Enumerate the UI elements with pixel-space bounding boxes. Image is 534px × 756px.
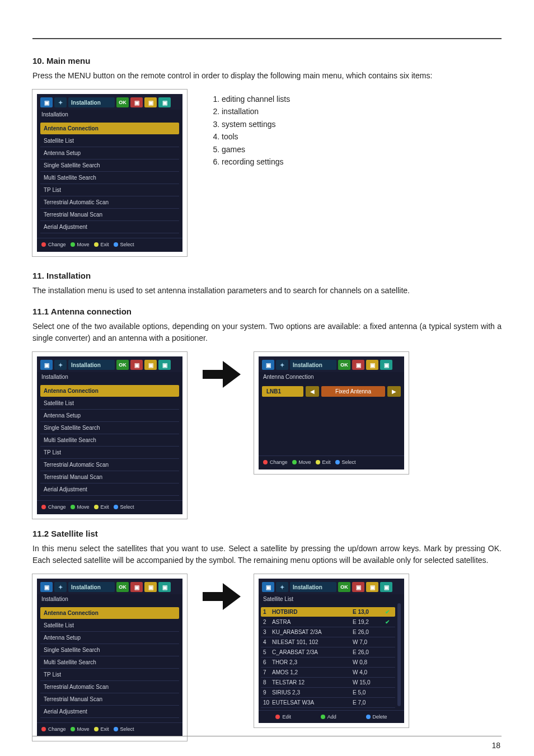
satellite-row[interactable]: 7AMOS 1,2W 4,0 <box>261 668 395 678</box>
menu-item-single-search[interactable]: Single Satellite Search <box>40 422 179 434</box>
menu-list: Antenna Connection Satellite List Antenn… <box>37 605 182 722</box>
menu-item-satellite-list[interactable]: Satellite List <box>40 135 179 147</box>
footer-change: Change <box>41 242 66 247</box>
tab-icon-2[interactable]: ✦ <box>54 97 67 107</box>
tab-icon-teal[interactable]: ▣ <box>380 360 392 370</box>
menu-item-tp-list[interactable]: TP List <box>40 669 179 681</box>
menu-item-multi-search[interactable]: Multi Satellite Search <box>40 434 179 447</box>
scrollbar[interactable] <box>397 603 401 706</box>
footer-edit-button[interactable]: Edit <box>275 714 291 720</box>
list-item: recording settings <box>222 156 290 168</box>
menu-item-antenna-setup[interactable]: Antenna Setup <box>40 410 179 422</box>
tab-icon-teal[interactable]: ▣ <box>158 97 171 107</box>
satellite-row[interactable]: 8TELSTAR 12W 15,0 <box>261 678 395 688</box>
menu-item-multi-search[interactable]: Multi Satellite Search <box>40 656 179 669</box>
menu-item-terr-auto[interactable]: Terrestrial Automatic Scan <box>40 459 179 471</box>
satellite-row-index: 6 <box>263 659 272 665</box>
satellite-row[interactable]: 3KU_ARABSAT 2/3AE 26,0 <box>261 627 395 637</box>
menu-item-antenna-connection[interactable]: Antenna Connection <box>40 123 179 134</box>
tab-icon-1[interactable]: ▣ <box>40 97 53 107</box>
tab-ok-icon[interactable]: OK <box>116 360 129 370</box>
menu-item-terr-manual[interactable]: Terrestrial Manual Scan <box>40 693 179 706</box>
menu-item-antenna-connection[interactable]: Antenna Connection <box>40 385 179 397</box>
menu-item-tp-list[interactable]: TP List <box>40 184 179 196</box>
tab-icon-red[interactable]: ▣ <box>352 360 364 370</box>
menu-item-multi-search[interactable]: Multi Satellite Search <box>40 172 179 184</box>
heading-11: 11. Installation <box>32 271 502 280</box>
menu-item-single-search[interactable]: Single Satellite Search <box>40 159 179 172</box>
tab-ok-icon[interactable]: OK <box>116 582 129 592</box>
mainmenu-list-column: editing channel lists installation syste… <box>209 90 290 168</box>
exit-icon <box>94 505 99 509</box>
menu-item-single-search[interactable]: Single Satellite Search <box>40 644 179 656</box>
tab-icon-red[interactable]: ▣ <box>352 582 364 592</box>
tab-active-label[interactable]: Installation <box>290 360 336 370</box>
satellite-row[interactable]: 6THOR 2,3W 0,8 <box>261 658 395 668</box>
satellite-row[interactable]: 2ASTRAE 19,2✔ <box>261 617 395 627</box>
satellite-row[interactable]: 5C_ARABSAT 2/3AE 26,0 <box>261 647 395 658</box>
menu-item-aerial-adjust[interactable]: Aerial Adjustment <box>40 706 179 718</box>
tab-icon-yellow[interactable]: ▣ <box>144 97 157 107</box>
footer-exit: Exit <box>94 242 109 247</box>
select-icon <box>335 460 340 464</box>
tab-icon-teal[interactable]: ▣ <box>380 582 392 592</box>
tab-icon-yellow[interactable]: ▣ <box>144 582 157 592</box>
tab-icon-1[interactable]: ▣ <box>40 360 53 370</box>
lnb-row[interactable]: LNB1 ◀ Fixed Antenna ▶ <box>262 386 401 397</box>
satellite-row[interactable]: 4NILESAT 101, 102W 7,0 <box>261 637 395 647</box>
satellite-row[interactable]: 1HOTBIRDE 13,0✔ <box>261 607 395 617</box>
lnb-label: LNB1 <box>262 386 303 397</box>
tab-icon-yellow[interactable]: ▣ <box>144 360 157 370</box>
tab-icon-1[interactable]: ▣ <box>262 360 274 370</box>
menu-tab-strip: ▣ ✦ Installation OK ▣ ▣ ▣ <box>37 94 182 110</box>
dot-blue-icon <box>366 715 371 719</box>
menu-item-terr-auto[interactable]: Terrestrial Automatic Scan <box>40 196 179 209</box>
menu-item-antenna-setup[interactable]: Antenna Setup <box>40 632 179 644</box>
tab-active-label[interactable]: Installation <box>68 582 115 592</box>
menu-item-terr-auto[interactable]: Terrestrial Automatic Scan <box>40 681 179 693</box>
tab-icon-2[interactable]: ✦ <box>276 360 288 370</box>
tab-ok-icon[interactable]: OK <box>338 582 350 592</box>
menu-item-terr-manual[interactable]: Terrestrial Manual Scan <box>40 209 179 221</box>
list-item: tools <box>222 130 290 143</box>
menu-item-tp-list[interactable]: TP List <box>40 447 179 459</box>
footer-add-button[interactable]: Add <box>321 714 336 720</box>
tab-icon-red[interactable]: ▣ <box>130 582 143 592</box>
satellite-row-name: ASTRA <box>272 619 353 625</box>
lnb-value: Fixed Antenna <box>321 386 385 397</box>
tab-active-label[interactable]: Installation <box>68 97 115 107</box>
tab-icon-teal[interactable]: ▣ <box>158 360 171 370</box>
menu-item-antenna-connection[interactable]: Antenna Connection <box>40 607 179 619</box>
heading-10: 10. Main menu <box>32 56 502 65</box>
satellite-row[interactable]: 10EUTELSAT W3AE 7,0 <box>261 698 395 708</box>
tab-icon-red[interactable]: ▣ <box>130 360 143 370</box>
lnb-next-icon[interactable]: ▶ <box>387 386 401 397</box>
arrow-right-icon <box>198 574 243 619</box>
footer-delete-button[interactable]: Delete <box>366 714 387 720</box>
panel-footer: Change Move Exit Select <box>37 722 182 736</box>
tab-icon-teal[interactable]: ▣ <box>158 582 171 592</box>
tab-active-label[interactable]: Installation <box>68 360 115 370</box>
tab-icon-1[interactable]: ▣ <box>262 582 274 592</box>
menu-item-satellite-list[interactable]: Satellite List <box>40 397 179 410</box>
tab-icon-red[interactable]: ▣ <box>130 97 143 107</box>
tab-icon-yellow[interactable]: ▣ <box>366 582 378 592</box>
menu-item-terr-manual[interactable]: Terrestrial Manual Scan <box>40 471 179 483</box>
tab-ok-icon[interactable]: OK <box>116 97 129 107</box>
menu-item-antenna-setup[interactable]: Antenna Setup <box>40 147 179 159</box>
arrow-right-icon <box>198 352 243 397</box>
tab-icon-2[interactable]: ✦ <box>54 360 67 370</box>
tab-ok-icon[interactable]: OK <box>338 360 350 370</box>
tab-icon-2[interactable]: ✦ <box>276 582 288 592</box>
tab-icon-2[interactable]: ✦ <box>54 582 67 592</box>
tab-icon-1[interactable]: ▣ <box>40 582 53 592</box>
footer-exit: Exit <box>316 459 331 465</box>
tab-active-label[interactable]: Installation <box>290 582 336 592</box>
para-11-1: Select one of the two available options,… <box>32 321 502 344</box>
menu-item-aerial-adjust[interactable]: Aerial Adjustment <box>40 483 179 496</box>
menu-item-aerial-adjust[interactable]: Aerial Adjustment <box>40 221 179 233</box>
tab-icon-yellow[interactable]: ▣ <box>366 360 378 370</box>
menu-item-satellite-list[interactable]: Satellite List <box>40 619 179 632</box>
lnb-prev-icon[interactable]: ◀ <box>306 386 319 397</box>
satellite-row[interactable]: 9SIRIUS 2,3E 5,0 <box>261 688 395 698</box>
